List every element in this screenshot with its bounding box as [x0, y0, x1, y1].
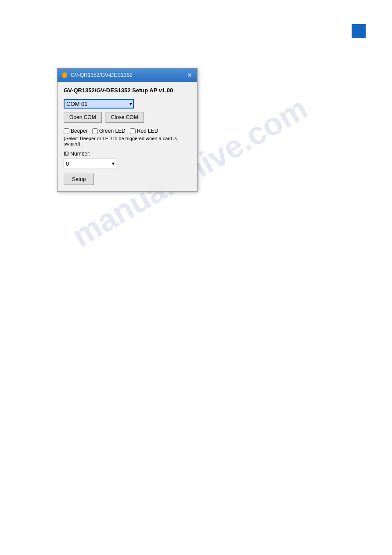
title-bar-left: GV-QR1352/GV-DES1352: [61, 72, 133, 79]
open-com-button[interactable]: Open COM: [64, 112, 102, 123]
green-led-checkbox[interactable]: [92, 128, 98, 134]
green-led-checkbox-label[interactable]: Green LED: [92, 128, 126, 134]
id-number-label: ID Number:: [64, 151, 191, 157]
title-bar: GV-QR1352/GV-DES1352 ✕: [58, 69, 197, 82]
app-icon: [61, 72, 68, 79]
blue-square-decoration: [352, 24, 366, 38]
buttons-row: Open COM Close COM: [64, 112, 191, 123]
dialog-window: GV-QR1352/GV-DES1352 ✕ GV-QR1352/GV-DES1…: [57, 68, 198, 192]
red-led-checkbox-label[interactable]: Red LED: [130, 128, 158, 134]
id-select-container: 0 1 2 3 4 ▼: [64, 159, 116, 168]
close-com-button[interactable]: Close COM: [105, 112, 144, 123]
setup-button-wrapper: Setup: [64, 174, 191, 185]
com-select-container: COM 01 COM 02 COM 03 COM 04 ▼: [64, 99, 134, 109]
com-select-wrapper: COM 01 COM 02 COM 03 COM 04 ▼: [64, 99, 191, 109]
close-button[interactable]: ✕: [186, 71, 194, 79]
beeper-label: Beeper: [71, 128, 88, 134]
green-led-label: Green LED: [99, 128, 126, 134]
svg-point-1: [64, 74, 66, 76]
dialog-header-title: GV-QR1352/GV-DES1352 Setup AP v1.00: [64, 87, 191, 94]
id-number-select[interactable]: 0 1 2 3 4: [64, 159, 116, 168]
beeper-checkbox-label[interactable]: Beeper: [64, 128, 88, 134]
dialog-title: GV-QR1352/GV-DES1352: [71, 72, 133, 78]
setup-button[interactable]: Setup: [64, 174, 94, 185]
red-led-label: Red LED: [137, 128, 158, 134]
beeper-checkbox[interactable]: [64, 128, 69, 134]
dialog-body: GV-QR1352/GV-DES1352 Setup AP v1.00 COM …: [58, 82, 197, 191]
hint-text: (Select Beeper or LED to be triggered wh…: [64, 136, 191, 146]
checkboxes-row: Beeper Green LED Red LED: [64, 128, 191, 134]
com-select[interactable]: COM 01 COM 02 COM 03 COM 04: [64, 99, 134, 109]
red-led-checkbox[interactable]: [130, 128, 136, 134]
